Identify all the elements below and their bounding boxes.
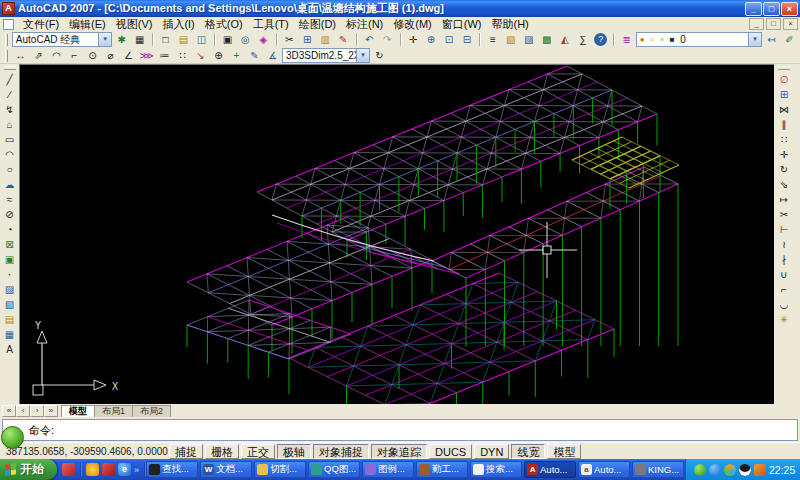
ellipse-arc-icon[interactable]: ◔ xyxy=(1,222,18,237)
menu-file[interactable]: 文件(F) xyxy=(18,17,64,31)
designcenter-icon[interactable]: ▧ xyxy=(502,32,519,47)
toggle-grid[interactable]: 栅格 xyxy=(205,444,239,459)
dim-edit-icon[interactable]: ✎ xyxy=(246,48,263,63)
toolbar-grip[interactable] xyxy=(4,66,16,70)
properties-icon[interactable]: ≡ xyxy=(484,32,501,47)
table-icon[interactable]: ▦ xyxy=(1,327,18,342)
tab-first-button[interactable]: « xyxy=(2,405,16,417)
match-properties-icon[interactable]: ✎ xyxy=(335,32,352,47)
task-autocad-2[interactable]: aAuto... xyxy=(578,461,630,478)
dim-arc-icon[interactable]: ◠ xyxy=(48,48,65,63)
plot-preview-icon[interactable]: ◎ xyxy=(237,32,254,47)
menu-insert[interactable]: 插入(I) xyxy=(157,17,199,31)
toggle-ortho[interactable]: 正交 xyxy=(241,444,275,459)
tray-green-icon[interactable] xyxy=(694,464,706,476)
mirror-icon[interactable]: ⋈ xyxy=(776,102,793,117)
menu-tools[interactable]: 工具(T) xyxy=(248,17,294,31)
new-icon[interactable]: □ xyxy=(157,32,174,47)
tolerance-icon[interactable]: ⊕ xyxy=(210,48,227,63)
show-desktop-icon[interactable] xyxy=(102,463,115,476)
menu-modify[interactable]: 修改(M) xyxy=(388,17,437,31)
arc-icon[interactable]: ◠ xyxy=(1,147,18,162)
internet-explorer-icon[interactable]: e xyxy=(118,463,131,476)
task-autocad-active[interactable]: AAuto... xyxy=(524,461,576,478)
task-folder[interactable]: 切割... xyxy=(254,461,306,478)
menu-format[interactable]: 格式(O) xyxy=(200,17,248,31)
plot-icon[interactable]: ▣ xyxy=(219,32,236,47)
break-icon[interactable]: ∤ xyxy=(776,252,793,267)
dimstyle-combo[interactable]: 3D3SDim2.5_2X ▼ xyxy=(282,48,370,63)
menu-draw[interactable]: 绘图(D) xyxy=(294,17,341,31)
tray-globe-icon[interactable] xyxy=(724,464,736,476)
chevron-down-icon[interactable]: ▼ xyxy=(748,33,761,46)
toggle-osnap[interactable]: 对象捕捉 xyxy=(313,444,369,459)
rotate-icon[interactable]: ↻ xyxy=(776,162,793,177)
point-icon[interactable]: · xyxy=(1,267,18,282)
publish-icon[interactable]: ◈ xyxy=(255,32,272,47)
menu-help[interactable]: 帮助(H) xyxy=(487,17,534,31)
dim-ordinate-icon[interactable]: ⌐ xyxy=(66,48,83,63)
offset-icon[interactable]: ∥ xyxy=(776,117,793,132)
tab-next-button[interactable]: › xyxy=(30,405,44,417)
zoom-realtime-icon[interactable]: ⊕ xyxy=(422,32,439,47)
stretch-icon[interactable]: ↦ xyxy=(776,192,793,207)
fillet-icon[interactable]: ◡ xyxy=(776,297,793,312)
tab-layout2[interactable]: 布局2 xyxy=(132,405,171,417)
undo-icon[interactable]: ↶ xyxy=(361,32,378,47)
toggle-model[interactable]: 模型 xyxy=(547,444,581,459)
task-document[interactable]: W文档... xyxy=(200,461,252,478)
command-input[interactable]: 命令: xyxy=(2,419,798,441)
move-icon[interactable]: ✛ xyxy=(776,147,793,162)
media-icon[interactable] xyxy=(86,463,99,476)
toggle-ducs[interactable]: DUCS xyxy=(429,444,472,459)
circle-icon[interactable]: ○ xyxy=(1,162,18,177)
task-search[interactable]: 搜索... xyxy=(470,461,522,478)
region-icon[interactable]: ▤ xyxy=(1,312,18,327)
erase-icon[interactable]: ∅ xyxy=(776,72,793,87)
tab-last-button[interactable]: » xyxy=(44,405,58,417)
mtext-icon[interactable]: A xyxy=(1,342,18,357)
toggle-otrack[interactable]: 对象追踪 xyxy=(371,444,427,459)
task-king[interactable]: KING... xyxy=(632,461,684,478)
tool-palettes-icon[interactable]: ▨ xyxy=(520,32,537,47)
make-object-layer-icon[interactable]: ✐ xyxy=(781,32,798,47)
task-find[interactable]: 查找... xyxy=(146,461,198,478)
chevron-more-icon[interactable]: » xyxy=(134,465,139,475)
workspace-palette-icon[interactable]: ▦ xyxy=(131,32,148,47)
redo-icon[interactable]: ↷ xyxy=(379,32,396,47)
copy-icon[interactable]: ⊞ xyxy=(299,32,316,47)
dim-diameter-icon[interactable]: ⌀ xyxy=(102,48,119,63)
help-icon[interactable]: ? xyxy=(594,33,607,46)
zoom-previous-icon[interactable]: ⊟ xyxy=(458,32,475,47)
toggle-polar[interactable]: 极轴 xyxy=(277,444,311,459)
spline-icon[interactable]: ≈ xyxy=(1,192,18,207)
layer-combo[interactable]: ● ○ ▫ ■ 0 ▼ xyxy=(636,32,762,47)
extend-icon[interactable]: ⊢ xyxy=(776,222,793,237)
markup-icon[interactable]: ◭ xyxy=(556,32,573,47)
layer-properties-icon[interactable]: ≣ xyxy=(618,32,635,47)
trim-icon[interactable]: ✂ xyxy=(776,207,793,222)
layer-previous-icon[interactable]: ↤ xyxy=(763,32,780,47)
array-icon[interactable]: ∷ xyxy=(776,132,793,147)
toggle-dyn[interactable]: DYN xyxy=(474,444,509,459)
drawing-area[interactable]: Y X xyxy=(19,64,774,404)
doc-close-button[interactable]: × xyxy=(783,18,798,30)
toggle-snap[interactable]: 捕捉 xyxy=(169,444,203,459)
quick-dimension-icon[interactable]: ⋙ xyxy=(138,48,155,63)
save-icon[interactable]: ◫ xyxy=(193,32,210,47)
dim-aligned-icon[interactable]: ⇗ xyxy=(30,48,47,63)
revision-cloud-icon[interactable]: ☁ xyxy=(1,177,18,192)
menu-window[interactable]: 窗口(W) xyxy=(437,17,487,31)
tab-layout1[interactable]: 布局1 xyxy=(94,405,133,417)
chamfer-icon[interactable]: ⌐ xyxy=(776,282,793,297)
sheet-set-icon[interactable]: ▩ xyxy=(538,32,555,47)
rectangle-icon[interactable]: ▭ xyxy=(1,132,18,147)
center-mark-icon[interactable]: + xyxy=(228,48,245,63)
copy-object-icon[interactable]: ⊞ xyxy=(776,87,793,102)
scale-icon[interactable]: ⇘ xyxy=(776,177,793,192)
pan-icon[interactable]: ✛ xyxy=(404,32,421,47)
gradient-icon[interactable]: ▧ xyxy=(1,297,18,312)
explode-icon[interactable]: ✳ xyxy=(776,312,793,327)
dim-radius-icon[interactable]: ⊙ xyxy=(84,48,101,63)
task-qingong[interactable]: 勤工... xyxy=(416,461,468,478)
